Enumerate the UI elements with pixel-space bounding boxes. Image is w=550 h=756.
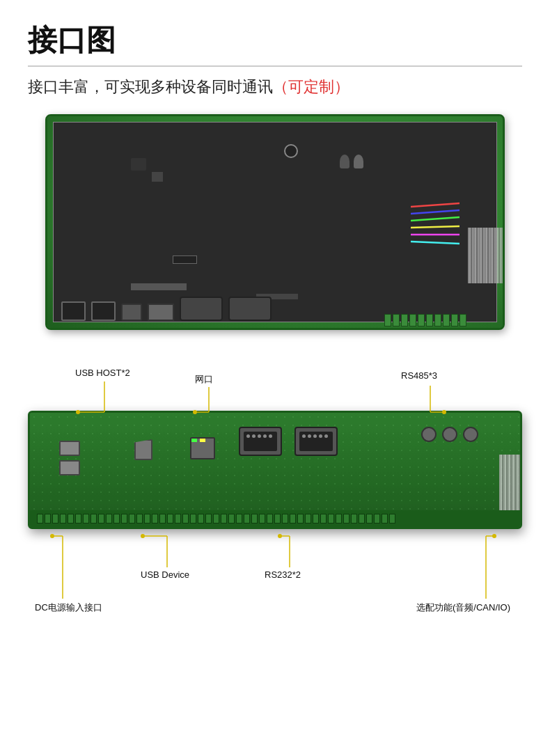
- usb-host-port1: [59, 441, 80, 456]
- label-optional: 选配功能(音频/CAN/IO): [416, 601, 510, 614]
- st7: [83, 514, 89, 523]
- subtitle: 接口丰富，可实现多种设备同时通讯（可定制）: [28, 77, 522, 97]
- page-title: 接口图: [28, 21, 522, 60]
- st12: [121, 514, 127, 523]
- pcb-comp1: [131, 158, 146, 171]
- top-board-container: ATD-TC465-CA6E2 V1.1 C4Y65A0 2009T0C: [28, 114, 522, 330]
- pcb-ribbon-cable: [468, 228, 503, 283]
- pcb-cap3: [284, 144, 298, 158]
- svg-line-1: [411, 210, 459, 214]
- rs485-conn1: [421, 427, 437, 442]
- screw-t1: [384, 314, 391, 326]
- screw-t3: [401, 314, 408, 326]
- svg-point-26: [492, 534, 496, 538]
- net-led1: [191, 439, 197, 442]
- st43: [359, 514, 365, 523]
- svg-line-0: [411, 203, 459, 207]
- svg-line-3: [411, 226, 459, 228]
- st26: [228, 514, 235, 523]
- st21: [190, 514, 196, 523]
- st17: [159, 514, 166, 523]
- usb-host-port2: [59, 460, 80, 475]
- usb-device-port: [134, 439, 152, 460]
- pcb-comp2: [152, 172, 163, 182]
- pcb-cap4: [340, 155, 349, 168]
- usb-conn-top2: [91, 301, 116, 321]
- db9-pins1: [244, 432, 277, 451]
- label-usb-device: USB Device: [141, 569, 189, 580]
- st38: [320, 514, 327, 523]
- st46: [382, 514, 388, 523]
- st19: [175, 514, 181, 523]
- rs485-conn3: [463, 427, 478, 442]
- db9-conn-top2: [228, 297, 272, 321]
- svg-point-17: [141, 534, 145, 538]
- st41: [343, 514, 349, 523]
- st27: [236, 514, 242, 523]
- top-pcb-board: ATD-TC465-CA6E2 V1.1 C4Y65A0 2009T0C: [45, 114, 505, 330]
- pcb-ic2: [131, 283, 187, 290]
- st33: [282, 514, 288, 523]
- label-net-port: 网口: [195, 373, 213, 386]
- svg-line-2: [411, 217, 459, 221]
- bottom-board-container: USB HOST*2 网口 RS485*3 USB Device RS232*2…: [28, 355, 522, 529]
- st10: [106, 514, 112, 523]
- svg-point-23: [50, 534, 54, 538]
- screw-terminal-strip: [30, 510, 520, 527]
- title-divider: [28, 65, 522, 67]
- screw-t8: [443, 314, 450, 326]
- st35: [297, 514, 304, 523]
- st8: [91, 514, 97, 523]
- db9-conn-top1: [180, 297, 223, 321]
- db9-pins2: [299, 432, 333, 451]
- st2: [45, 514, 51, 523]
- screw-t2: [393, 314, 400, 326]
- subtitle-highlight: （可定制）: [273, 78, 349, 95]
- db9-port1: [239, 427, 282, 456]
- st15: [144, 514, 150, 523]
- screw-t6: [426, 314, 433, 326]
- rs485-conn2: [442, 427, 457, 442]
- st30: [259, 514, 265, 523]
- st16: [152, 514, 158, 523]
- st37: [313, 514, 319, 523]
- diagram-wrapper: USB HOST*2 网口 RS485*3 USB Device RS232*2…: [28, 355, 522, 529]
- st34: [290, 514, 296, 523]
- st9: [98, 514, 104, 523]
- net-led2: [200, 439, 205, 442]
- pcb-wires-svg: [411, 200, 466, 255]
- st45: [374, 514, 380, 523]
- label-rs232: RS232*2: [265, 569, 301, 580]
- st40: [336, 514, 342, 523]
- st24: [213, 514, 219, 523]
- st14: [136, 514, 143, 523]
- usb-conn-top: [61, 301, 86, 321]
- st22: [198, 514, 204, 523]
- screw-t10: [459, 314, 466, 326]
- st4: [60, 514, 66, 523]
- label-rs485: RS485*3: [401, 370, 437, 381]
- svg-point-20: [278, 534, 282, 538]
- screw-t9: [451, 314, 458, 326]
- st29: [251, 514, 258, 523]
- net-conn-top: [148, 304, 174, 321]
- st47: [389, 514, 395, 523]
- st42: [351, 514, 357, 523]
- st25: [221, 514, 227, 523]
- st1: [37, 514, 43, 523]
- st5: [68, 514, 74, 523]
- pcb-screw-strip: [383, 313, 468, 328]
- st6: [75, 514, 81, 523]
- ribbon-cable-bottom: [499, 455, 520, 510]
- st20: [182, 514, 189, 523]
- svg-line-5: [411, 242, 459, 244]
- st23: [205, 514, 212, 523]
- screw-t4: [409, 314, 416, 326]
- st28: [244, 514, 250, 523]
- label-dc-power: DC电源输入接口: [35, 601, 102, 614]
- pcb-cap5: [354, 155, 363, 168]
- st31: [267, 514, 273, 523]
- st13: [129, 514, 135, 523]
- label-usb-host: USB HOST*2: [75, 368, 130, 378]
- pcb-bottom-conn-row: [61, 297, 272, 321]
